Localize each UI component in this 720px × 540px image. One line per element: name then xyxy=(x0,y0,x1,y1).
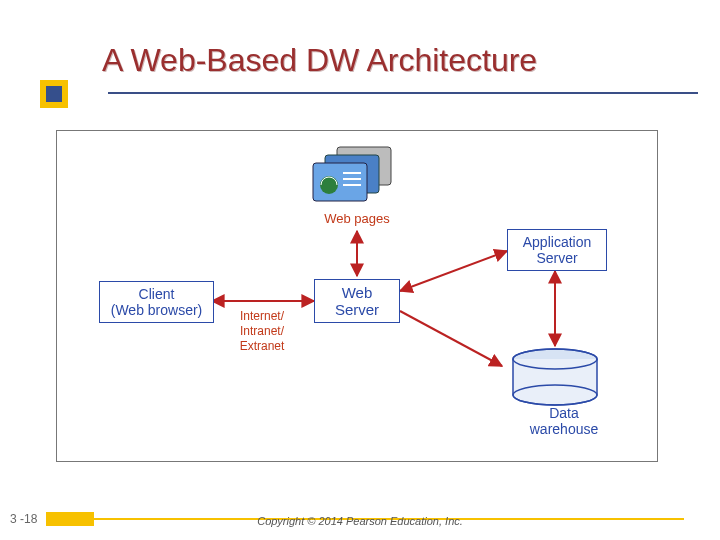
edge-webserver-dw xyxy=(400,311,502,366)
page-title: A Web-Based DW Architecture xyxy=(102,42,537,79)
diagram: Web pages Client (Web browser) Internet/… xyxy=(57,131,657,461)
title-accent-inner xyxy=(46,86,62,102)
internet-label: Internet/ Intranet/ Extranet xyxy=(227,309,297,354)
edge-webserver-appserver xyxy=(400,251,507,291)
title-accent-square xyxy=(40,80,68,108)
web-server-node: Web Server xyxy=(314,279,400,323)
svg-point-3 xyxy=(320,176,338,194)
copyright-text: Copyright © 2014 Pearson Education, Inc. xyxy=(0,515,720,527)
app-server-node: Application Server xyxy=(507,229,607,271)
diagram-frame: Web pages Client (Web browser) Internet/… xyxy=(56,130,658,462)
web-pages-label: Web pages xyxy=(317,211,397,226)
title-underline xyxy=(108,92,698,94)
web-pages-icon xyxy=(311,145,397,211)
data-warehouse-label: Data warehouse xyxy=(519,405,609,437)
client-node: Client (Web browser) xyxy=(99,281,214,323)
client-label: Client (Web browser) xyxy=(111,286,203,318)
web-server-label: Web Server xyxy=(335,284,379,319)
app-server-label: Application Server xyxy=(523,234,592,266)
